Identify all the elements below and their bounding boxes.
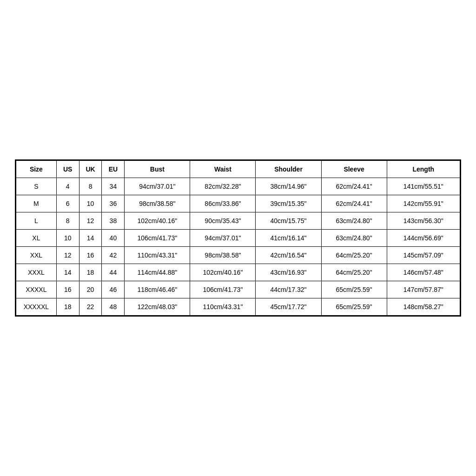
cell-waist: 106cm/41.73" bbox=[190, 281, 256, 298]
cell-uk: 8 bbox=[79, 178, 102, 195]
table-header-row: Size US UK EU Bust Waist Shoulder Sleeve… bbox=[16, 161, 460, 178]
cell-sleeve: 62cm/24.41" bbox=[321, 195, 387, 212]
cell-waist: 90cm/35.43" bbox=[190, 212, 256, 230]
size-chart-table: Size US UK EU Bust Waist Shoulder Sleeve… bbox=[16, 160, 460, 316]
table-row: XXL121642110cm/43.31"98cm/38.58"42cm/16.… bbox=[16, 247, 460, 264]
cell-length: 146cm/57.48" bbox=[387, 264, 460, 281]
cell-shoulder: 42cm/16.54" bbox=[256, 247, 321, 264]
header-size: Size bbox=[16, 161, 57, 178]
cell-length: 141cm/55.51" bbox=[387, 178, 460, 195]
header-length: Length bbox=[387, 161, 460, 178]
table-row: S483494cm/37.01"82cm/32.28"38cm/14.96"62… bbox=[16, 178, 460, 195]
cell-us: 6 bbox=[56, 195, 79, 212]
cell-us: 10 bbox=[56, 230, 79, 247]
table-row: XL101440106cm/41.73"94cm/37.01"41cm/16.1… bbox=[16, 230, 460, 247]
cell-size: M bbox=[16, 195, 57, 212]
table-row: L81238102cm/40.16"90cm/35.43"40cm/15.75"… bbox=[16, 212, 460, 230]
header-shoulder: Shoulder bbox=[256, 161, 321, 178]
cell-us: 18 bbox=[56, 298, 79, 316]
cell-size: XL bbox=[16, 230, 57, 247]
cell-shoulder: 41cm/16.14" bbox=[256, 230, 321, 247]
cell-waist: 94cm/37.01" bbox=[190, 230, 256, 247]
cell-sleeve: 63cm/24.80" bbox=[321, 212, 387, 230]
cell-uk: 20 bbox=[79, 281, 102, 298]
cell-size: XXXXXL bbox=[16, 298, 57, 316]
cell-size: XXXL bbox=[16, 264, 57, 281]
header-bust: Bust bbox=[125, 161, 190, 178]
table-row: XXXXXL182248122cm/48.03"110cm/43.31"45cm… bbox=[16, 298, 460, 316]
cell-eu: 36 bbox=[102, 195, 125, 212]
cell-eu: 38 bbox=[102, 212, 125, 230]
cell-eu: 42 bbox=[102, 247, 125, 264]
cell-us: 14 bbox=[56, 264, 79, 281]
cell-sleeve: 62cm/24.41" bbox=[321, 178, 387, 195]
cell-waist: 98cm/38.58" bbox=[190, 247, 256, 264]
cell-sleeve: 64cm/25.20" bbox=[321, 264, 387, 281]
cell-size: S bbox=[16, 178, 57, 195]
cell-uk: 12 bbox=[79, 212, 102, 230]
cell-uk: 10 bbox=[79, 195, 102, 212]
table-row: M6103698cm/38.58"86cm/33.86"39cm/15.35"6… bbox=[16, 195, 460, 212]
cell-bust: 94cm/37.01" bbox=[125, 178, 190, 195]
cell-sleeve: 65cm/25.59" bbox=[321, 298, 387, 316]
cell-shoulder: 44cm/17.32" bbox=[256, 281, 321, 298]
cell-eu: 46 bbox=[102, 281, 125, 298]
cell-uk: 16 bbox=[79, 247, 102, 264]
cell-size: XXL bbox=[16, 247, 57, 264]
cell-us: 16 bbox=[56, 281, 79, 298]
cell-waist: 82cm/32.28" bbox=[190, 178, 256, 195]
header-uk: UK bbox=[79, 161, 102, 178]
cell-eu: 40 bbox=[102, 230, 125, 247]
cell-uk: 22 bbox=[79, 298, 102, 316]
cell-length: 144cm/56.69" bbox=[387, 230, 460, 247]
cell-waist: 86cm/33.86" bbox=[190, 195, 256, 212]
cell-waist: 102cm/40.16" bbox=[190, 264, 256, 281]
cell-us: 8 bbox=[56, 212, 79, 230]
cell-bust: 118cm/46.46" bbox=[125, 281, 190, 298]
cell-length: 142cm/55.91" bbox=[387, 195, 460, 212]
cell-shoulder: 40cm/15.75" bbox=[256, 212, 321, 230]
cell-bust: 102cm/40.16" bbox=[125, 212, 190, 230]
cell-size: XXXXL bbox=[16, 281, 57, 298]
cell-shoulder: 39cm/15.35" bbox=[256, 195, 321, 212]
cell-bust: 122cm/48.03" bbox=[125, 298, 190, 316]
cell-us: 12 bbox=[56, 247, 79, 264]
header-sleeve: Sleeve bbox=[321, 161, 387, 178]
cell-eu: 44 bbox=[102, 264, 125, 281]
cell-sleeve: 65cm/25.59" bbox=[321, 281, 387, 298]
header-waist: Waist bbox=[190, 161, 256, 178]
cell-bust: 98cm/38.58" bbox=[125, 195, 190, 212]
cell-bust: 106cm/41.73" bbox=[125, 230, 190, 247]
cell-eu: 34 bbox=[102, 178, 125, 195]
cell-bust: 114cm/44.88" bbox=[125, 264, 190, 281]
size-chart-container: Size US UK EU Bust Waist Shoulder Sleeve… bbox=[15, 159, 461, 317]
header-eu: EU bbox=[102, 161, 125, 178]
table-row: XXXL141844114cm/44.88"102cm/40.16"43cm/1… bbox=[16, 264, 460, 281]
cell-bust: 110cm/43.31" bbox=[125, 247, 190, 264]
cell-shoulder: 38cm/14.96" bbox=[256, 178, 321, 195]
cell-uk: 18 bbox=[79, 264, 102, 281]
cell-shoulder: 45cm/17.72" bbox=[256, 298, 321, 316]
cell-sleeve: 63cm/24.80" bbox=[321, 230, 387, 247]
cell-sleeve: 64cm/25.20" bbox=[321, 247, 387, 264]
cell-length: 143cm/56.30" bbox=[387, 212, 460, 230]
table-row: XXXXL162046118cm/46.46"106cm/41.73"44cm/… bbox=[16, 281, 460, 298]
cell-length: 145cm/57.09" bbox=[387, 247, 460, 264]
cell-us: 4 bbox=[56, 178, 79, 195]
cell-length: 148cm/58.27" bbox=[387, 298, 460, 316]
cell-uk: 14 bbox=[79, 230, 102, 247]
cell-eu: 48 bbox=[102, 298, 125, 316]
cell-length: 147cm/57.87" bbox=[387, 281, 460, 298]
cell-size: L bbox=[16, 212, 57, 230]
cell-waist: 110cm/43.31" bbox=[190, 298, 256, 316]
header-us: US bbox=[56, 161, 79, 178]
cell-shoulder: 43cm/16.93" bbox=[256, 264, 321, 281]
